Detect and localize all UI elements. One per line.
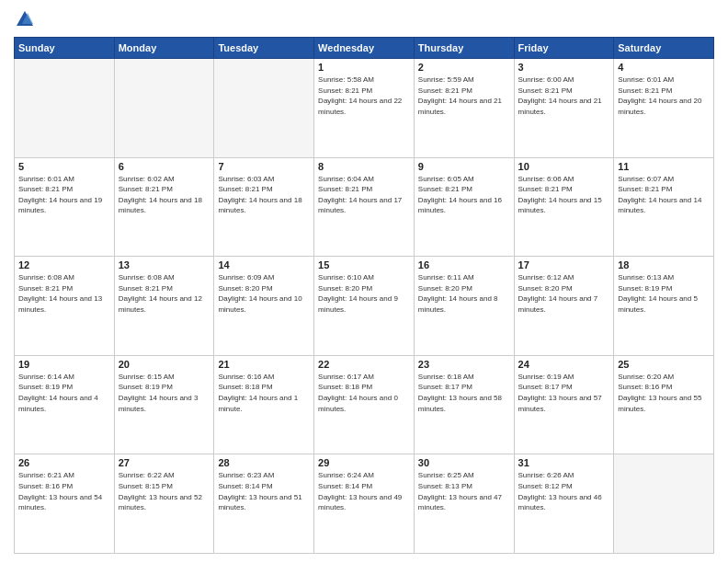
day-info: Sunrise: 5:58 AM Sunset: 8:21 PM Dayligh… xyxy=(318,75,410,117)
day-cell: 8Sunrise: 6:04 AM Sunset: 8:21 PM Daylig… xyxy=(314,157,415,257)
day-number: 8 xyxy=(318,161,410,172)
day-cell: 14Sunrise: 6:09 AM Sunset: 8:20 PM Dayli… xyxy=(214,257,314,356)
day-info: Sunrise: 6:23 AM Sunset: 8:14 PM Dayligh… xyxy=(218,470,310,512)
day-cell: 18Sunrise: 6:13 AM Sunset: 8:19 PM Dayli… xyxy=(614,257,714,356)
day-number: 27 xyxy=(119,457,210,468)
day-cell: 21Sunrise: 6:16 AM Sunset: 8:18 PM Dayli… xyxy=(214,355,314,454)
day-cell xyxy=(114,59,214,158)
weekday-header-friday: Friday xyxy=(514,38,614,59)
header xyxy=(14,9,714,29)
weekday-header-tuesday: Tuesday xyxy=(214,38,314,59)
day-info: Sunrise: 6:06 AM Sunset: 8:21 PM Dayligh… xyxy=(518,174,610,216)
day-info: Sunrise: 6:24 AM Sunset: 8:14 PM Dayligh… xyxy=(318,470,410,512)
day-cell: 28Sunrise: 6:23 AM Sunset: 8:14 PM Dayli… xyxy=(214,454,314,554)
day-cell: 10Sunrise: 6:06 AM Sunset: 8:21 PM Dayli… xyxy=(514,157,614,257)
day-number: 5 xyxy=(18,161,110,172)
day-cell: 15Sunrise: 6:10 AM Sunset: 8:20 PM Dayli… xyxy=(314,257,415,356)
day-cell: 9Sunrise: 6:05 AM Sunset: 8:21 PM Daylig… xyxy=(414,157,514,257)
day-info: Sunrise: 6:15 AM Sunset: 8:19 PM Dayligh… xyxy=(119,372,210,414)
day-cell: 29Sunrise: 6:24 AM Sunset: 8:14 PM Dayli… xyxy=(314,454,415,554)
day-number: 20 xyxy=(119,359,210,370)
day-cell: 2Sunrise: 5:59 AM Sunset: 8:21 PM Daylig… xyxy=(414,59,514,158)
day-info: Sunrise: 6:08 AM Sunset: 8:21 PM Dayligh… xyxy=(119,272,210,315)
day-number: 3 xyxy=(518,62,610,73)
logo xyxy=(14,9,36,29)
week-row-3: 12Sunrise: 6:08 AM Sunset: 8:21 PM Dayli… xyxy=(15,257,714,356)
day-info: Sunrise: 6:17 AM Sunset: 8:18 PM Dayligh… xyxy=(318,372,410,414)
day-cell: 16Sunrise: 6:11 AM Sunset: 8:20 PM Dayli… xyxy=(414,257,514,356)
day-number: 9 xyxy=(418,161,510,172)
day-info: Sunrise: 6:19 AM Sunset: 8:17 PM Dayligh… xyxy=(518,372,610,414)
day-number: 23 xyxy=(418,359,510,370)
day-number: 6 xyxy=(119,161,210,172)
day-info: Sunrise: 6:08 AM Sunset: 8:21 PM Dayligh… xyxy=(18,272,110,315)
logo-icon xyxy=(15,9,35,29)
day-info: Sunrise: 6:14 AM Sunset: 8:19 PM Dayligh… xyxy=(18,372,110,414)
day-info: Sunrise: 6:12 AM Sunset: 8:20 PM Dayligh… xyxy=(518,272,610,315)
day-info: Sunrise: 5:59 AM Sunset: 8:21 PM Dayligh… xyxy=(418,75,510,117)
day-info: Sunrise: 6:04 AM Sunset: 8:21 PM Dayligh… xyxy=(318,174,410,216)
week-row-4: 19Sunrise: 6:14 AM Sunset: 8:19 PM Dayli… xyxy=(15,355,714,454)
day-number: 1 xyxy=(318,62,410,73)
weekday-header-wednesday: Wednesday xyxy=(314,38,415,59)
day-number: 2 xyxy=(418,62,510,73)
day-cell: 31Sunrise: 6:26 AM Sunset: 8:12 PM Dayli… xyxy=(514,454,614,554)
day-info: Sunrise: 6:22 AM Sunset: 8:15 PM Dayligh… xyxy=(119,470,210,512)
day-number: 31 xyxy=(518,457,610,468)
day-cell: 1Sunrise: 5:58 AM Sunset: 8:21 PM Daylig… xyxy=(314,59,415,158)
day-cell: 30Sunrise: 6:25 AM Sunset: 8:13 PM Dayli… xyxy=(414,454,514,554)
day-cell: 22Sunrise: 6:17 AM Sunset: 8:18 PM Dayli… xyxy=(314,355,415,454)
day-cell: 11Sunrise: 6:07 AM Sunset: 8:21 PM Dayli… xyxy=(614,157,714,257)
day-number: 21 xyxy=(218,359,310,370)
day-cell: 19Sunrise: 6:14 AM Sunset: 8:19 PM Dayli… xyxy=(15,355,115,454)
day-info: Sunrise: 6:09 AM Sunset: 8:20 PM Dayligh… xyxy=(218,272,310,315)
week-row-2: 5Sunrise: 6:01 AM Sunset: 8:21 PM Daylig… xyxy=(15,157,714,257)
day-number: 10 xyxy=(518,161,610,172)
day-cell: 26Sunrise: 6:21 AM Sunset: 8:16 PM Dayli… xyxy=(15,454,115,554)
day-cell: 25Sunrise: 6:20 AM Sunset: 8:16 PM Dayli… xyxy=(614,355,714,454)
day-info: Sunrise: 6:01 AM Sunset: 8:21 PM Dayligh… xyxy=(18,174,110,216)
day-number: 18 xyxy=(618,259,710,270)
day-number: 4 xyxy=(618,62,710,73)
day-number: 30 xyxy=(418,457,510,468)
day-info: Sunrise: 6:07 AM Sunset: 8:21 PM Dayligh… xyxy=(618,174,710,216)
day-cell: 6Sunrise: 6:02 AM Sunset: 8:21 PM Daylig… xyxy=(114,157,214,257)
day-info: Sunrise: 6:11 AM Sunset: 8:20 PM Dayligh… xyxy=(418,272,510,315)
weekday-header-saturday: Saturday xyxy=(614,38,714,59)
day-cell xyxy=(15,59,115,158)
day-number: 24 xyxy=(518,359,610,370)
day-cell: 27Sunrise: 6:22 AM Sunset: 8:15 PM Dayli… xyxy=(114,454,214,554)
day-info: Sunrise: 6:20 AM Sunset: 8:16 PM Dayligh… xyxy=(618,372,710,414)
day-cell: 17Sunrise: 6:12 AM Sunset: 8:20 PM Dayli… xyxy=(514,257,614,356)
day-cell: 20Sunrise: 6:15 AM Sunset: 8:19 PM Dayli… xyxy=(114,355,214,454)
day-info: Sunrise: 6:10 AM Sunset: 8:20 PM Dayligh… xyxy=(318,272,410,315)
day-number: 25 xyxy=(618,359,710,370)
day-cell: 7Sunrise: 6:03 AM Sunset: 8:21 PM Daylig… xyxy=(214,157,314,257)
weekday-header-thursday: Thursday xyxy=(414,38,514,59)
day-info: Sunrise: 6:25 AM Sunset: 8:13 PM Dayligh… xyxy=(418,470,510,512)
day-info: Sunrise: 6:13 AM Sunset: 8:19 PM Dayligh… xyxy=(618,272,710,315)
day-cell: 13Sunrise: 6:08 AM Sunset: 8:21 PM Dayli… xyxy=(114,257,214,356)
day-cell: 24Sunrise: 6:19 AM Sunset: 8:17 PM Dayli… xyxy=(514,355,614,454)
day-number: 19 xyxy=(18,359,110,370)
day-cell: 12Sunrise: 6:08 AM Sunset: 8:21 PM Dayli… xyxy=(15,257,115,356)
day-number: 14 xyxy=(218,259,310,270)
weekday-header-sunday: Sunday xyxy=(15,38,115,59)
day-info: Sunrise: 6:00 AM Sunset: 8:21 PM Dayligh… xyxy=(518,75,610,117)
day-cell: 23Sunrise: 6:18 AM Sunset: 8:17 PM Dayli… xyxy=(414,355,514,454)
day-number: 16 xyxy=(418,259,510,270)
week-row-5: 26Sunrise: 6:21 AM Sunset: 8:16 PM Dayli… xyxy=(15,454,714,554)
day-number: 17 xyxy=(518,259,610,270)
day-number: 29 xyxy=(318,457,410,468)
day-info: Sunrise: 6:03 AM Sunset: 8:21 PM Dayligh… xyxy=(218,174,310,216)
calendar: SundayMondayTuesdayWednesdayThursdayFrid… xyxy=(14,37,714,554)
day-cell: 3Sunrise: 6:00 AM Sunset: 8:21 PM Daylig… xyxy=(514,59,614,158)
day-info: Sunrise: 6:18 AM Sunset: 8:17 PM Dayligh… xyxy=(418,372,510,414)
week-row-1: 1Sunrise: 5:58 AM Sunset: 8:21 PM Daylig… xyxy=(15,59,714,158)
day-info: Sunrise: 6:02 AM Sunset: 8:21 PM Dayligh… xyxy=(119,174,210,216)
day-cell xyxy=(614,454,714,554)
day-number: 11 xyxy=(618,161,710,172)
day-info: Sunrise: 6:26 AM Sunset: 8:12 PM Dayligh… xyxy=(518,470,610,512)
weekday-header-row: SundayMondayTuesdayWednesdayThursdayFrid… xyxy=(15,38,714,59)
page: SundayMondayTuesdayWednesdayThursdayFrid… xyxy=(0,0,728,563)
